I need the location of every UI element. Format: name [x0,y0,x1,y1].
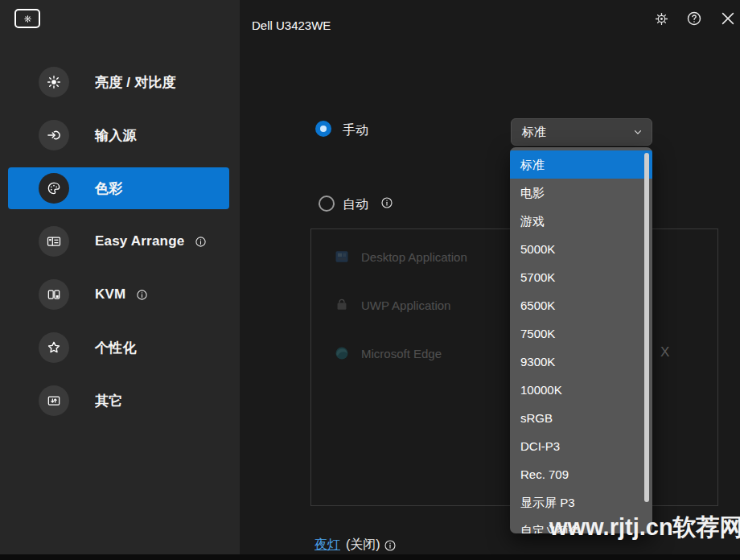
dropdown-option[interactable]: 7500K [510,319,652,348]
sidebar-item[interactable]: 亮度 / 对比度 [8,61,229,103]
display-select-button[interactable] [14,9,40,28]
watermark: www.rjtj.cn软荐网 [549,512,740,544]
dell-display-manager-window: 亮度 / 对比度 输入源 色彩 [0,0,740,560]
sidebar-item-label: 个性化 [95,339,137,357]
auto-radio[interactable] [319,196,335,212]
sidebar-item-label: KVM [95,286,125,303]
close-icon [719,10,737,27]
sidebar-item-label: 输入源 [95,126,137,145]
night-light-row: 夜灯 (关闭) [314,537,397,554]
desktop-app-icon [334,249,350,265]
night-light-link[interactable]: 夜灯 [314,537,340,554]
help-icon [686,10,702,27]
color-icon [46,180,62,196]
info-icon[interactable] [384,539,397,552]
monitor-title: Dell U3423WE [252,19,331,32]
dropdown-option[interactable]: 游戏 [510,207,652,235]
dropdown-option[interactable]: DCI-P3 [510,432,652,460]
dropdown-option[interactable]: Rec. 709 [510,460,652,488]
info-icon[interactable] [195,236,207,248]
preset-dropdown-list: 标准电影游戏5000K5700K6500K7500K9300K10000KsRG… [510,147,652,533]
sidebar-item-label: 其它 [95,392,122,410]
dropdown-option[interactable]: 6500K [510,291,652,319]
chevron-down-icon [632,126,643,138]
preset-mode-select[interactable]: 标准 [511,118,652,146]
gear-icon [654,11,669,27]
remove-app-button: X [660,344,669,360]
info-icon[interactable] [136,289,148,301]
monitor-gear-icon [23,14,32,23]
sidebar: 亮度 / 对比度 输入源 色彩 [0,0,240,554]
dropdown-option[interactable]: 电影 [510,179,652,207]
sidebar-item[interactable]: 输入源 [8,114,229,156]
help-button[interactable] [686,10,702,27]
info-icon[interactable] [380,196,393,209]
sidebar-item[interactable]: 色彩 [8,167,229,209]
close-button[interactable] [719,10,737,27]
kvm-icon [46,286,62,303]
manual-label: 手动 [343,122,368,139]
sidebar-item[interactable]: 其它 [8,380,229,422]
app-name: UWP Application [361,299,450,312]
sidebar-item[interactable]: 个性化 [8,327,229,369]
app-name: Desktop Application [361,250,467,264]
dropdown-option[interactable]: 9300K [510,348,652,376]
sidebar-item[interactable]: Easy Arrange [8,220,229,262]
brightness-icon [46,74,62,90]
manual-radio[interactable] [315,121,331,137]
night-light-status: (关闭) [346,537,380,554]
others-icon [46,393,62,409]
settings-button[interactable] [654,11,669,27]
uwp-app-icon [334,297,350,313]
auto-label: 自动 [343,196,368,213]
dropdown-option[interactable]: 5700K [510,263,652,291]
sidebar-item-label: 色彩 [95,179,122,198]
app-name: Microsoft Edge [361,347,442,360]
sidebar-nav: 亮度 / 对比度 输入源 色彩 [0,61,240,433]
window-bottom-edge [0,554,740,560]
dropdown-option[interactable]: sRGB [510,404,652,432]
edge-icon [334,345,350,361]
sidebar-item-label: Easy Arrange [95,233,184,249]
dropdown-option[interactable]: 标准 [510,150,652,179]
dropdown-option[interactable]: 5000K [510,235,652,263]
personalization-icon [46,340,62,356]
dropdown-option[interactable]: 10000K [510,376,652,404]
sidebar-item[interactable]: KVM [8,274,229,315]
input-source-icon [46,127,62,143]
sidebar-item-label: 亮度 / 对比度 [95,73,176,92]
easy-arrange-icon [46,233,62,249]
dropdown-scrollbar[interactable] [644,153,649,502]
preset-mode-value: 标准 [522,125,546,140]
